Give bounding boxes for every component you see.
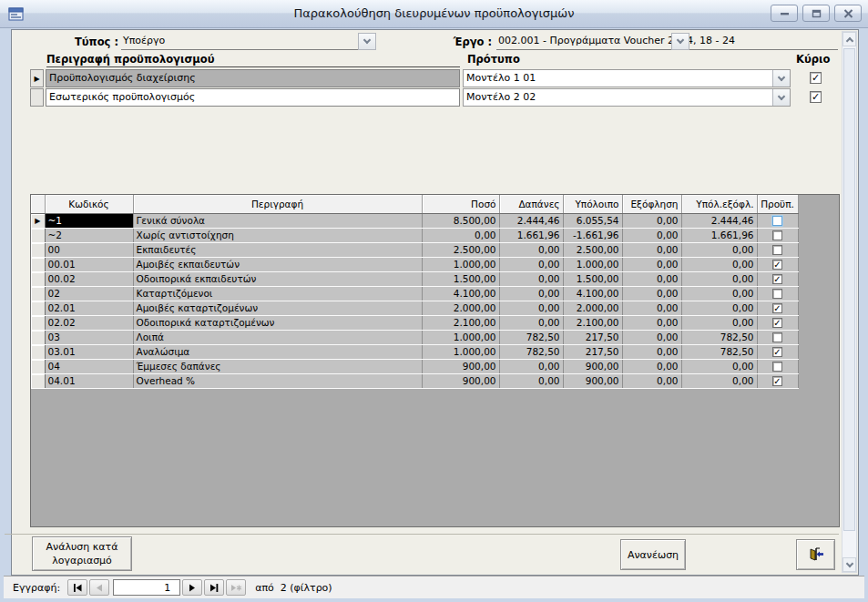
row-selector[interactable] [31,373,45,388]
cell-expenses[interactable]: 2.444,46 [499,213,563,228]
cell-expenses[interactable]: 782,50 [499,344,563,359]
cell-expenses[interactable]: 782,50 [499,330,563,344]
previous-record-button[interactable] [89,579,109,596]
cell-amount[interactable]: 2.000,00 [422,301,499,315]
cell-description[interactable]: Εκπαιδευτές [133,242,422,257]
column-header-code[interactable]: Κωδικός [45,195,133,213]
cell-settlement[interactable]: 0,00 [622,228,681,242]
table-row[interactable]: 00 Εκπαιδευτές 2.500,00 0,00 2.500,00 0,… [31,242,798,257]
cell-description[interactable]: Αναλώσιμα [133,344,422,359]
scroll-up-button[interactable] [842,32,856,46]
table-row[interactable]: 02.01 Αμοιβές καταρτιζομένων 2.000,00 0,… [31,301,798,315]
cell-settlement[interactable]: 0,00 [622,301,681,315]
column-header-settlement-balance[interactable]: Υπόλ.εξόφλ. [681,195,757,213]
budgeted-checkbox[interactable] [772,274,782,284]
cell-expenses[interactable]: 0,00 [499,373,563,388]
cell-settlement[interactable]: 0,00 [622,257,681,271]
row-selector[interactable] [31,301,45,315]
type-combo-arrow-button[interactable] [358,33,376,50]
table-row[interactable]: 00.02 Οδοιπορικά εκπαιδευτών 1.500,00 0,… [31,271,798,286]
table-row[interactable]: ~2 Χωρίς αντιστοίχηση 0,00 1.661,96 -1.6… [31,228,798,242]
combo-arrow-button[interactable] [772,70,790,87]
cell-budgeted[interactable] [757,330,798,344]
budget-row-selector[interactable] [30,88,44,107]
budgeted-checkbox[interactable] [772,318,782,328]
cell-settlement[interactable]: 0,00 [622,373,681,388]
analysis-by-account-button[interactable]: Ανάλυση κατά λογαριασμό [32,536,132,571]
exit-button[interactable] [796,539,835,570]
budget-row-selector[interactable]: ▶ [30,69,44,87]
cell-budgeted[interactable] [757,286,798,301]
cell-settlement[interactable]: 0,00 [622,344,681,359]
cell-budgeted[interactable] [757,301,798,315]
cell-code[interactable]: 04.01 [45,373,133,388]
row-selector[interactable] [31,344,45,359]
cell-code[interactable]: ~1 [45,213,133,228]
cell-budgeted[interactable] [757,213,798,228]
cell-balance[interactable]: 1.000,00 [563,257,622,271]
cell-code[interactable]: 02 [45,286,133,301]
cell-amount[interactable]: 900,00 [422,359,499,373]
cell-settlement-balance[interactable]: 0,00 [681,315,757,330]
cell-description[interactable]: Έμμεσες δαπάνες [133,359,422,373]
cell-code[interactable]: ~2 [45,228,133,242]
cell-code[interactable]: 02.02 [45,315,133,330]
minimize-button[interactable] [771,5,798,22]
table-row[interactable]: ▶ ~1 Γενικά σύνολα 8.500,00 2.444,46 6.0… [31,213,798,228]
cell-code[interactable]: 02.01 [45,301,133,315]
cell-amount[interactable]: 900,00 [422,373,499,388]
budgeted-checkbox[interactable] [772,230,782,240]
budgeted-checkbox[interactable] [772,347,782,357]
cell-description[interactable]: Overhead % [133,373,422,388]
cell-balance[interactable]: 217,50 [563,344,622,359]
cell-budgeted[interactable] [757,242,798,257]
cell-settlement[interactable]: 0,00 [622,315,681,330]
cell-budgeted[interactable] [757,373,798,388]
cell-settlement[interactable]: 0,00 [622,359,681,373]
cell-code[interactable]: 03 [45,330,133,344]
cell-settlement-balance[interactable]: 0,00 [681,359,757,373]
table-row[interactable]: 00.01 Αμοιβές εκπαιδευτών 1.000,00 0,00 … [31,257,798,271]
cell-balance[interactable]: 2.500,00 [563,242,622,257]
cell-expenses[interactable]: 0,00 [499,257,563,271]
cell-settlement-balance[interactable]: 0,00 [681,257,757,271]
cell-settlement-balance[interactable]: 0,00 [681,271,757,286]
next-record-button[interactable] [182,579,202,596]
scroll-down-button[interactable] [842,557,856,572]
close-button[interactable] [834,5,862,22]
budgeted-checkbox[interactable] [772,376,782,386]
last-record-button[interactable] [204,579,224,596]
cell-balance[interactable]: 1.500,00 [563,271,622,286]
cell-balance[interactable]: 6.055,54 [563,213,622,228]
budget-template-combobox[interactable]: Μοντέλο 2 02 [463,88,791,107]
cell-expenses[interactable]: 0,00 [499,286,563,301]
cell-balance[interactable]: 4.100,00 [563,286,622,301]
budgeted-checkbox[interactable] [772,216,782,226]
row-selector[interactable] [31,228,45,242]
cell-amount[interactable]: 1.000,00 [422,257,499,271]
cell-budgeted[interactable] [757,228,798,242]
cell-code[interactable]: 00.02 [45,271,133,286]
cell-balance[interactable]: 217,50 [563,330,622,344]
cell-settlement-balance[interactable]: 1.661,96 [681,228,757,242]
cell-settlement[interactable]: 0,00 [622,271,681,286]
cell-code[interactable]: 00 [45,242,133,257]
cell-code[interactable]: 00.01 [45,257,133,271]
cell-expenses[interactable]: 1.661,96 [499,228,563,242]
cell-budgeted[interactable] [757,315,798,330]
cell-settlement[interactable]: 0,00 [622,242,681,257]
row-selector[interactable] [31,257,45,271]
cell-settlement-balance[interactable]: 0,00 [681,373,757,388]
budgeted-checkbox[interactable] [772,303,782,313]
cell-amount[interactable]: 1.000,00 [422,344,499,359]
cell-description[interactable]: Αμοιβές καταρτιζομένων [133,301,422,315]
cell-settlement[interactable]: 0,00 [622,286,681,301]
table-row[interactable]: 04 Έμμεσες δαπάνες 900,00 0,00 900,00 0,… [31,359,798,373]
budgeted-checkbox[interactable] [772,260,782,270]
table-row[interactable]: 02 Καταρτιζόμενοι 4.100,00 0,00 4.100,00… [31,286,798,301]
cell-description[interactable]: Αμοιβές εκπαιδευτών [133,257,422,271]
cell-amount[interactable]: 1.500,00 [422,271,499,286]
column-header-budgeted[interactable]: Προϋπ. [757,195,798,213]
budget-description-field[interactable]: Εσωτερικός προϋπολογισμός [46,88,460,107]
column-header-balance[interactable]: Υπόλοιπο [563,195,622,213]
